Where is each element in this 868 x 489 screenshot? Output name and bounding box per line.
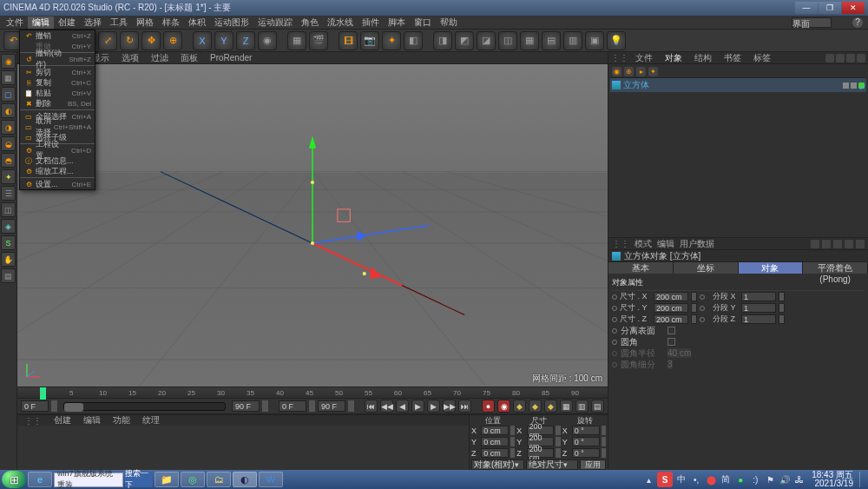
goto-start-button[interactable]: ⏮ xyxy=(365,400,378,413)
menu-pipeline[interactable]: 流水线 xyxy=(323,17,358,29)
tray-vol-icon[interactable]: 🔊 xyxy=(779,473,791,486)
om-tab-object[interactable]: 对象 xyxy=(660,52,687,64)
record-button[interactable]: ● xyxy=(482,400,495,413)
tray-net-icon[interactable]: 🖧 xyxy=(793,473,806,486)
left-tool-7[interactable]: ✦ xyxy=(1,169,16,184)
left-tool-8[interactable]: ☰ xyxy=(1,186,16,201)
menu-spline[interactable]: 样条 xyxy=(158,17,184,29)
om-tab-file[interactable]: 文件 xyxy=(630,52,658,64)
toolbar-button-21[interactable]: ◫ xyxy=(498,31,517,50)
toolbar-button-8[interactable]: X xyxy=(193,31,212,50)
toolbar-button-4[interactable]: ⤢ xyxy=(98,31,117,50)
material-tab-2[interactable]: 功能 xyxy=(108,414,135,426)
menu-item[interactable]: ✖删除BS, Del xyxy=(20,98,95,109)
left-tool-0[interactable]: ◉ xyxy=(1,54,16,69)
menu-mesh[interactable]: 网格 xyxy=(132,17,158,29)
layout-selector[interactable]: 界面 xyxy=(792,17,832,28)
toolbar-button-6[interactable]: ✥ xyxy=(141,31,161,50)
attr-edit[interactable]: 编辑 xyxy=(657,238,674,250)
menu-file[interactable]: 文件 xyxy=(2,17,28,29)
menu-volume[interactable]: 体积 xyxy=(184,17,210,29)
attr-mode[interactable]: 模式 xyxy=(635,238,652,250)
om-tab-tag[interactable]: 标签 xyxy=(748,52,776,64)
maximize-button[interactable]: ❐ xyxy=(819,2,841,14)
toolbar-button-26[interactable]: 💡 xyxy=(607,31,626,50)
toolbar-button-12[interactable]: ▦ xyxy=(287,31,306,50)
tray-flag-icon[interactable]: ⚑ xyxy=(764,473,776,486)
search-icon[interactable] xyxy=(825,54,834,63)
attr-userdata[interactable]: 用户数据 xyxy=(680,238,714,250)
taskbar-ie-icon[interactable]: e xyxy=(28,472,52,487)
lock-icon[interactable] xyxy=(845,240,853,248)
menu-mograph[interactable]: 运动图形 xyxy=(210,17,253,29)
material-tab-1[interactable]: 编辑 xyxy=(79,414,105,426)
toolbar-button-13[interactable]: 🎬 xyxy=(309,31,328,50)
attr-tab-basic[interactable]: 基本 xyxy=(608,262,674,274)
coord-mode-select[interactable]: 对象(相对) ▾ xyxy=(471,459,524,470)
menu-item[interactable]: ⚙设置...Ctrl+E xyxy=(20,179,95,189)
toolbar-button-16[interactable]: ✦ xyxy=(382,31,401,50)
taskbar-search-button[interactable]: 搜索一下 xyxy=(125,472,153,487)
toolbar-button-25[interactable]: ▣ xyxy=(585,31,604,50)
ime-badge-4[interactable]: 简 xyxy=(720,473,732,486)
toolbar-button-14[interactable]: 🎞 xyxy=(339,31,358,50)
menu-item[interactable]: 📋粘贴Ctrl+V xyxy=(20,88,95,98)
taskbar-address[interactable]: win7旗舰版系统重装 xyxy=(54,472,123,487)
prev-key-button[interactable]: ◀◀ xyxy=(380,400,393,413)
key-rot-button[interactable]: ◆ xyxy=(529,400,542,413)
toolbar-button-18[interactable]: ◨ xyxy=(433,31,452,50)
ime-badge-1[interactable]: 中 xyxy=(675,473,687,486)
toolbar-button-7[interactable]: ⊕ xyxy=(163,31,182,50)
toolbar-button-15[interactable]: 📷 xyxy=(360,31,379,50)
key-opt-button[interactable]: ▥ xyxy=(575,400,589,413)
toolbar-button-11[interactable]: ◉ xyxy=(258,31,277,50)
help-icon[interactable]: ? xyxy=(852,17,863,28)
view-menu-5[interactable]: 面板 xyxy=(177,52,201,64)
toolbar-button-19[interactable]: ◩ xyxy=(455,31,474,50)
taskbar-browser-icon[interactable]: ◎ xyxy=(181,472,205,487)
view-menu-6[interactable]: ProRender xyxy=(207,53,255,63)
toolbar-button-20[interactable]: ◪ xyxy=(477,31,496,50)
menu-tracker[interactable]: 运动跟踪 xyxy=(253,17,297,29)
show-desktop-button[interactable] xyxy=(859,472,866,487)
material-tab-0[interactable]: 创建 xyxy=(49,414,76,426)
viewport[interactable]: 网格间距 : 100 cm xyxy=(17,64,608,387)
key-pos-button[interactable]: ◆ xyxy=(513,400,526,413)
key-opt2-button[interactable]: ▤ xyxy=(591,400,604,413)
menu-plugins[interactable]: 插件 xyxy=(358,17,384,29)
frame-end[interactable]: 90 F xyxy=(318,400,345,412)
left-tool-1[interactable]: ▦ xyxy=(1,70,16,85)
view-menu-3[interactable]: 选项 xyxy=(118,52,142,64)
next-frame-button[interactable]: ▶ xyxy=(427,400,440,413)
nav-fwd-icon[interactable] xyxy=(822,240,831,248)
goto-end-button[interactable]: ⏭ xyxy=(458,400,471,413)
menu-icon[interactable] xyxy=(857,54,865,63)
taskbar-c4d-icon[interactable]: ◐ xyxy=(233,472,257,487)
taskbar-folder-icon[interactable]: 🗂 xyxy=(207,472,231,487)
range-start[interactable]: 0 F xyxy=(21,400,49,412)
orientation-cube-icon[interactable] xyxy=(23,359,45,381)
toolbar-button-5[interactable]: ↻ xyxy=(120,31,139,50)
left-tool-6[interactable]: ◓ xyxy=(1,153,16,168)
minimize-button[interactable]: — xyxy=(795,2,818,14)
taskbar-word-icon[interactable]: W xyxy=(259,472,283,487)
ime-badge-5[interactable]: ● xyxy=(734,473,746,486)
taskbar-clock[interactable]: 18:43 周五2021/3/19 xyxy=(808,471,857,488)
toolbar-button-23[interactable]: ▤ xyxy=(542,31,561,50)
toolbar-button-9[interactable]: Y xyxy=(214,31,233,50)
menu-create[interactable]: 创建 xyxy=(54,17,80,29)
menu-item[interactable]: ↶撤销Ctrl+Z xyxy=(20,30,95,41)
autokey-button[interactable]: ◉ xyxy=(497,400,510,413)
material-tab-3[interactable]: 纹理 xyxy=(138,414,164,426)
menu-script[interactable]: 脚本 xyxy=(384,17,410,29)
left-tool-11[interactable]: S xyxy=(1,235,16,250)
nav-up-icon[interactable] xyxy=(833,240,842,248)
ime-badge-6[interactable]: :) xyxy=(749,473,761,486)
menu-item[interactable]: ⚙工程设置...Ctrl+D xyxy=(20,145,95,155)
menu-character[interactable]: 角色 xyxy=(297,17,323,29)
left-tool-9[interactable]: ◫ xyxy=(1,202,16,217)
menu-select[interactable]: 选择 xyxy=(80,17,106,29)
left-tool-3[interactable]: ◐ xyxy=(1,103,16,118)
toolbar-button-22[interactable]: ▦ xyxy=(520,31,539,50)
menu-item[interactable]: ▭取消选择Ctrl+Shift+A xyxy=(20,122,95,132)
